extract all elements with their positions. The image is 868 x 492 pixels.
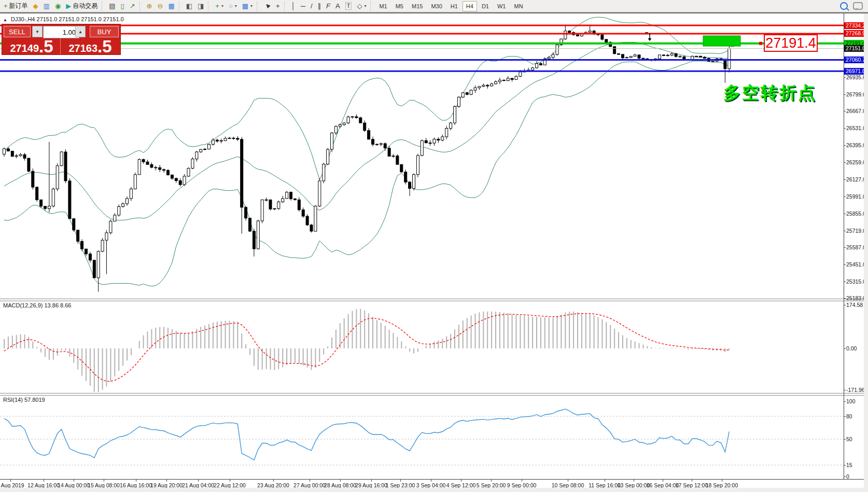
time-axis-tick [431,480,431,482]
pane-separator-macd[interactable] [0,299,868,301]
sell-price-int: 27149 [10,42,39,54]
price-callout-label[interactable]: 27191.4 [764,34,818,52]
rsi-axis-label: 15 [846,462,852,468]
macd-axis-label: 174.58 [846,302,863,308]
sell-price-frac: .5 [39,39,53,54]
time-axis-tick [522,480,522,482]
buy-price-int: 27163 [68,42,97,54]
time-axis-tick [104,480,104,482]
ohlc-values: 27151.0 27151.0 27151.0 27151.0 [37,16,124,22]
macd-axis-label: -171.96 [846,387,865,393]
price-axis-label: 25183.0 [846,295,866,301]
time-axis-tick [605,480,605,482]
price-axis-label: 25315.0 [846,278,866,285]
price-axis-label: 26259.0 [846,159,866,165]
time-axis-tick [44,480,44,482]
time-axis-tick [692,480,692,482]
rsi-axis-label: 50 [846,436,852,442]
rsi-axis-label: 100 [846,398,856,404]
axis-border [844,13,844,480]
price-axis-label: 25587.0 [846,244,866,250]
price-axis-label: 25719.0 [846,228,866,234]
macd-axis-label: 0.00 [846,345,857,352]
time-axis-tick [400,480,401,482]
buy-price-frac: .5 [97,39,112,54]
price-axis-label: 26531.0 [846,125,866,131]
time-axis-tick [10,480,11,482]
macd-indicator-label: MACD(12,26,9) 13.86 8.66 [3,302,71,308]
time-axis-tick [568,480,568,482]
price-axis-label: 26799.0 [846,91,866,97]
price-chart-canvas[interactable] [0,0,868,492]
buy-button[interactable]: BUY [90,26,119,37]
one-click-trading-panel: SELL ▼ ▲ BUY 27149 .5 27163 .5 [2,24,121,55]
price-axis-label: 26667.0 [846,108,866,114]
buy-price[interactable]: 27163 .5 [61,38,120,54]
time-axis-tick [461,480,461,482]
price-axis-label: 26935.0 [846,74,866,80]
window-edge-right [864,13,868,488]
rsi-indicator-label: RSI(14) 57.8019 [3,397,45,403]
pane-separator-rsi[interactable] [0,393,868,396]
time-axis-tick [198,480,199,482]
time-axis-tick [74,480,74,482]
time-axis-border [0,479,868,480]
collapse-triangle-icon[interactable]: ▲ [3,18,7,22]
time-axis-tick [371,480,372,482]
rsi-axis-label: 80 [846,413,852,419]
volume-decrease-button[interactable]: ▼ [32,26,43,37]
time-axis-tick [634,480,634,482]
sell-price[interactable]: 27149 .5 [3,38,61,54]
symbol-period-label: DJ30-,H4 [11,16,35,22]
price-axis-label: 26395.0 [846,142,866,148]
time-axis-tick [491,480,492,482]
window-edge-bottom [0,488,868,492]
price-axis-label: 25451.0 [846,261,866,268]
time-axis-tick [273,480,274,482]
turning-point-annotation[interactable]: 多空转折点 [723,81,817,105]
price-axis-label: 25855.0 [846,210,866,217]
time-axis-tick [166,480,167,482]
price-axis-label: 26127.0 [846,176,866,182]
time-axis-tick [722,480,722,482]
time-axis-tick [310,480,310,482]
time-axis-tick [340,480,341,482]
volume-increase-button[interactable]: ▲ [75,26,86,37]
price-axis-label: 25991.0 [846,193,866,200]
time-axis-tick [663,480,663,482]
time-axis-tick [230,480,230,482]
time-axis-tick [136,480,136,482]
chart-header: ▲ DJ30-,H4 27151.0 27151.0 27151.0 27151… [3,16,124,22]
sell-button[interactable]: SELL [4,26,31,37]
